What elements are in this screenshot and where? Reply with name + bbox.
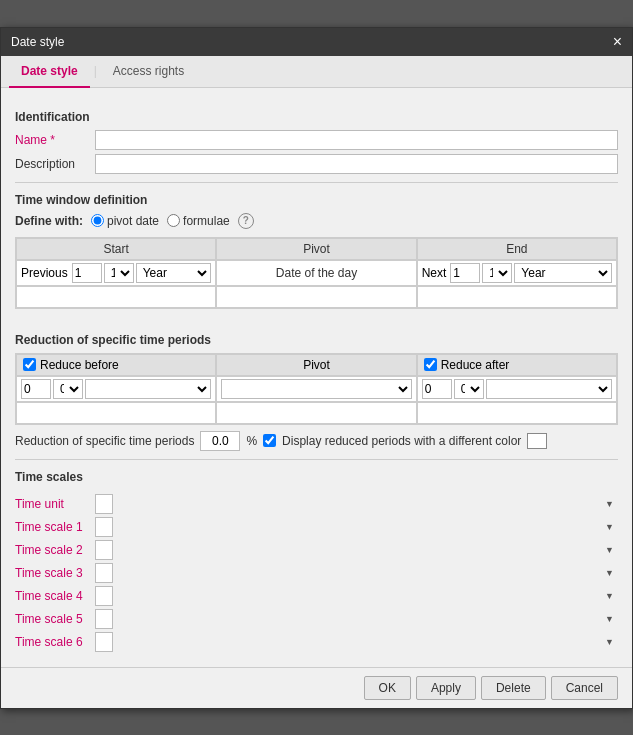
- ts-select-wrap-4: [95, 586, 618, 606]
- red-after-num-cell: 01: [417, 376, 617, 402]
- color-swatch[interactable]: [527, 433, 547, 449]
- tw-pivot-text-input[interactable]: [221, 290, 411, 304]
- content-area: Identification Name * Description Time w…: [1, 88, 632, 667]
- tw-start-num-select[interactable]: 123: [104, 263, 134, 283]
- tw-start-num[interactable]: [72, 263, 102, 283]
- ts-select-wrap-5: [95, 609, 618, 629]
- red-pivot-select[interactable]: [221, 379, 411, 399]
- radio-formulae-label[interactable]: formulae: [167, 214, 230, 228]
- tw-end-num-select[interactable]: 123: [482, 263, 512, 283]
- display-color-checkbox[interactable]: [263, 434, 276, 447]
- reduction-grid: Reduce before Pivot Reduce after 01: [15, 353, 618, 425]
- red-after-text-input[interactable]: [422, 405, 612, 419]
- red-before-unit[interactable]: [85, 379, 211, 399]
- time-window-title: Time window definition: [15, 193, 618, 207]
- red-after-unit[interactable]: [486, 379, 612, 399]
- tab-access-rights[interactable]: Access rights: [101, 56, 196, 88]
- ts-select-wrap-3: [95, 563, 618, 583]
- dialog-title: Date style: [11, 35, 64, 49]
- reduction-title: Reduction of specific time periods: [15, 333, 618, 347]
- reduction-percent: %: [246, 434, 257, 448]
- red-before-num-cell: 01: [16, 376, 216, 402]
- ts-row-6: Time scale 6: [15, 632, 618, 652]
- reduction-info-row: Reduction of specific time periods % Dis…: [15, 431, 618, 451]
- dialog: Date style × Date style | Access rights …: [0, 27, 633, 709]
- tw-start-text-input[interactable]: [21, 290, 211, 304]
- tw-end-unit[interactable]: YearMonthDay: [514, 263, 612, 283]
- tw-start-prefix: Previous: [21, 266, 68, 280]
- ts-select-0[interactable]: [95, 494, 113, 514]
- time-scales-section: Time unit Time scale 1 Time scale 2 Time…: [15, 494, 618, 652]
- ts-row-5: Time scale 5: [15, 609, 618, 629]
- tw-header-pivot: Pivot: [216, 238, 416, 260]
- identification-title: Identification: [15, 110, 618, 124]
- radio-formulae-text: formulae: [183, 214, 230, 228]
- red-after-num[interactable]: [422, 379, 452, 399]
- reduce-after-checkbox[interactable]: [424, 358, 437, 371]
- red-before-text: [16, 402, 216, 424]
- name-input[interactable]: [95, 130, 618, 150]
- tab-separator: |: [90, 56, 101, 87]
- ts-label-3: Time scale 3: [15, 566, 95, 580]
- tw-start-text: [16, 286, 216, 308]
- reduce-before-checkbox[interactable]: [23, 358, 36, 371]
- name-row: Name *: [15, 130, 618, 150]
- ts-row-3: Time scale 3: [15, 563, 618, 583]
- ts-row-1: Time scale 1: [15, 517, 618, 537]
- reduce-after-label: Reduce after: [441, 358, 510, 372]
- reduce-before-label: Reduce before: [40, 358, 119, 372]
- tw-end-cell: Next 123 YearMonthDay: [417, 260, 617, 286]
- ts-select-wrap-1: [95, 517, 618, 537]
- help-icon[interactable]: ?: [238, 213, 254, 229]
- close-button[interactable]: ×: [613, 34, 622, 50]
- red-pivot-text: [216, 402, 416, 424]
- ts-select-1[interactable]: [95, 517, 113, 537]
- ts-select-2[interactable]: [95, 540, 113, 560]
- red-pivot-text-input[interactable]: [221, 405, 411, 419]
- ts-select-6[interactable]: [95, 632, 113, 652]
- tw-end-text: [417, 286, 617, 308]
- radio-pivot[interactable]: [91, 214, 104, 227]
- description-label: Description: [15, 157, 95, 171]
- red-before-num[interactable]: [21, 379, 51, 399]
- ts-label-0: Time unit: [15, 497, 95, 511]
- radio-pivot-label[interactable]: pivot date: [91, 214, 159, 228]
- ts-label-1: Time scale 1: [15, 520, 95, 534]
- ts-select-wrap-2: [95, 540, 618, 560]
- define-row: Define with: pivot date formulae ?: [15, 213, 618, 229]
- tab-date-style[interactable]: Date style: [9, 56, 90, 88]
- ts-select-3[interactable]: [95, 563, 113, 583]
- red-pivot-cell: [216, 376, 416, 402]
- ts-select-wrap-0: [95, 494, 618, 514]
- apply-button[interactable]: Apply: [416, 676, 476, 700]
- reduction-info-label: Reduction of specific time periods: [15, 434, 194, 448]
- ts-select-wrap-6: [95, 632, 618, 652]
- radio-formulae[interactable]: [167, 214, 180, 227]
- red-after-num-select[interactable]: 01: [454, 379, 484, 399]
- name-label: Name *: [15, 133, 95, 147]
- time-scales-title: Time scales: [15, 470, 618, 484]
- description-input[interactable]: [95, 154, 618, 174]
- tw-pivot-label: Date of the day: [276, 266, 357, 280]
- tw-pivot-text: [216, 286, 416, 308]
- ok-button[interactable]: OK: [364, 676, 411, 700]
- ts-label-4: Time scale 4: [15, 589, 95, 603]
- ts-label-6: Time scale 6: [15, 635, 95, 649]
- description-row: Description: [15, 154, 618, 174]
- cancel-button[interactable]: Cancel: [551, 676, 618, 700]
- tw-end-num[interactable]: [450, 263, 480, 283]
- tw-start-unit[interactable]: YearMonthDay: [136, 263, 212, 283]
- reduction-value-input[interactable]: [200, 431, 240, 451]
- red-before-num-select[interactable]: 01: [53, 379, 83, 399]
- tw-header-end: End: [417, 238, 617, 260]
- red-before-text-input[interactable]: [21, 405, 211, 419]
- footer: OK Apply Delete Cancel: [1, 667, 632, 708]
- ts-select-5[interactable]: [95, 609, 113, 629]
- define-label: Define with:: [15, 214, 83, 228]
- tw-end-text-input[interactable]: [422, 290, 612, 304]
- delete-button[interactable]: Delete: [481, 676, 546, 700]
- ts-select-4[interactable]: [95, 586, 113, 606]
- ts-row-2: Time scale 2: [15, 540, 618, 560]
- red-before-header: Reduce before: [16, 354, 216, 376]
- tw-end-prefix: Next: [422, 266, 447, 280]
